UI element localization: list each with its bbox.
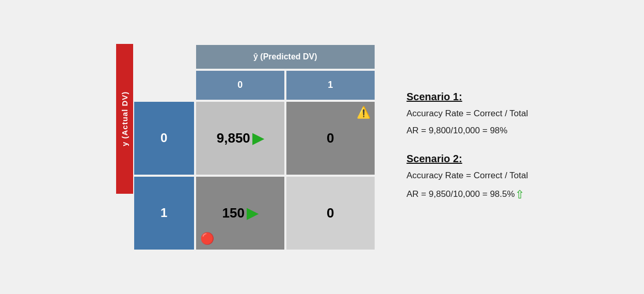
row-header-0: 0 — [133, 101, 195, 176]
cell-01-warning-icon: ⚠️ — [357, 106, 371, 119]
cell-10-warning-icon: 🔴 — [200, 232, 214, 245]
col-header-0: 0 — [195, 70, 285, 101]
col-header-1: 1 — [285, 70, 376, 101]
scenario-2-line2-text: AR = 9,850/10,000 = 98.5% — [407, 189, 515, 199]
col-header-spacer — [133, 70, 195, 101]
main-container: y (Actual DV) ŷ (Predicted DV) 0 1 0 9,8… — [116, 44, 528, 251]
predicted-dv-header: ŷ (Predicted DV) — [195, 44, 376, 70]
cell-01: 0 ⚠️ — [285, 101, 376, 176]
scenarios-panel: Scenario 1: Accuracy Rate = Correct / To… — [407, 91, 528, 204]
scenario-2-line1: Accuracy Rate = Correct / Total — [407, 169, 528, 182]
confusion-matrix: y (Actual DV) ŷ (Predicted DV) 0 1 0 9,8… — [116, 44, 376, 251]
cell-11: 0 — [285, 176, 376, 251]
cell-10-arrow: ▶ — [247, 205, 258, 222]
scenario-1: Scenario 1: Accuracy Rate = Correct / To… — [407, 91, 528, 137]
col-headers-row: 0 1 — [133, 70, 376, 101]
cell-01-value: 0 — [327, 130, 334, 146]
header-spacer — [133, 44, 195, 70]
actual-dv-label: y (Actual DV) — [116, 44, 133, 194]
matrix-row-0: 0 9,850 ▶ 0 ⚠️ — [133, 101, 376, 176]
cell-00-value: 9,850 — [217, 130, 250, 146]
matrix-grid: ŷ (Predicted DV) 0 1 0 9,850 ▶ 0 ⚠️ — [133, 44, 376, 251]
scenario-2: Scenario 2: Accuracy Rate = Correct / To… — [407, 153, 528, 204]
cell-10: 150 ▶ 🔴 — [195, 176, 285, 251]
scenario-1-title: Scenario 1: — [407, 91, 528, 103]
cell-11-value: 0 — [327, 205, 334, 221]
scenario-1-line2: AR = 9,800/10,000 = 98% — [407, 124, 528, 137]
row-header-1: 1 — [133, 176, 195, 251]
scenario-2-line2: AR = 9,850/10,000 = 98.5%⇧ — [407, 186, 528, 203]
scenario-2-title: Scenario 2: — [407, 153, 528, 165]
predicted-header-row: ŷ (Predicted DV) — [133, 44, 376, 70]
cell-00-arrow: ▶ — [252, 130, 264, 147]
scenario-2-up-arrow: ⇧ — [515, 186, 524, 203]
matrix-row-1: 1 150 ▶ 🔴 0 — [133, 176, 376, 251]
scenario-1-line1: Accuracy Rate = Correct / Total — [407, 107, 528, 120]
cell-00: 9,850 ▶ — [195, 101, 285, 176]
actual-dv-label-container: y (Actual DV) — [116, 44, 133, 194]
cell-10-value: 150 — [222, 205, 245, 221]
